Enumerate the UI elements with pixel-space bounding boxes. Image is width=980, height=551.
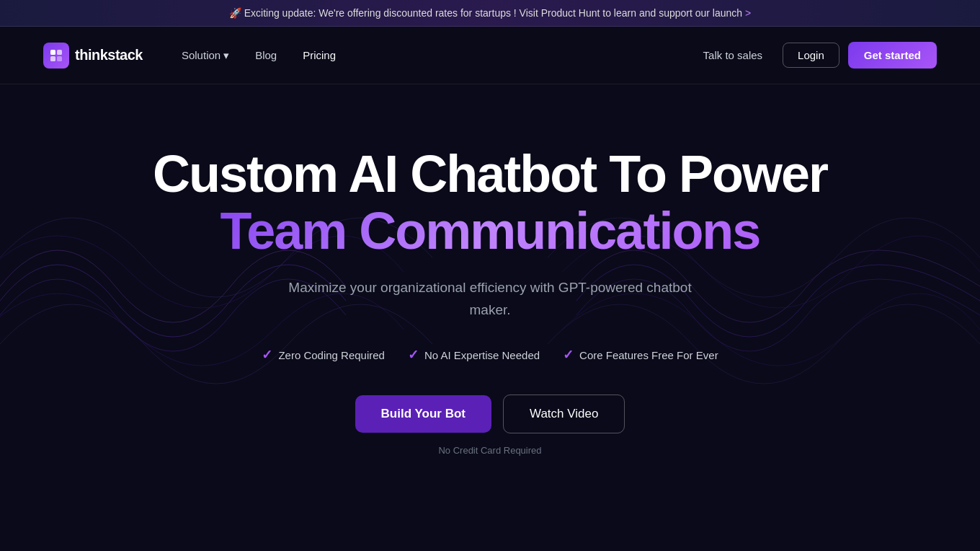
nav-pricing[interactable]: Pricing [293,43,346,67]
hero-features: ✓ Zero Coding Required ✓ No AI Expertise… [153,347,827,363]
nav-solution[interactable]: Solution ▾ [172,43,239,68]
svg-rect-0 [50,50,55,55]
talk-to-sales-link[interactable]: Talk to sales [692,43,775,67]
nav-blog[interactable]: Blog [245,43,287,67]
build-your-bot-button[interactable]: Build Your Bot [355,395,491,433]
hero-ctas: Build Your Bot Watch Video [153,394,827,433]
nav-links: Solution ▾ Blog Pricing [172,43,346,68]
get-started-button[interactable]: Get started [848,42,937,69]
hero-feature-label-1: No AI Expertise Needed [424,349,540,361]
hero-title: Custom AI Chatbot To Power Team Communic… [153,146,827,260]
nav-solution-label: Solution [182,49,220,61]
hero-feature-0: ✓ Zero Coding Required [262,347,385,363]
announcement-rocket-icon: 🚀 [229,7,241,19]
hero-feature-label-0: Zero Coding Required [278,349,385,361]
navbar: thinkstack Solution ▾ Blog Pricing Talk … [0,27,980,84]
announcement-text: Exciting update: We're offering discount… [244,7,745,19]
login-button[interactable]: Login [783,43,839,68]
checkmark-icon-0: ✓ [262,347,272,363]
hero-feature-2: ✓ Core Features Free For Ever [563,347,718,363]
navbar-left: thinkstack Solution ▾ Blog Pricing [43,43,346,69]
checkmark-icon-2: ✓ [563,347,574,363]
nav-blog-label: Blog [255,49,277,61]
logo-icon [43,43,69,69]
svg-rect-3 [57,56,62,61]
hero-feature-label-2: Core Features Free For Ever [579,349,718,361]
logo[interactable]: thinkstack [43,43,143,69]
hero-title-line2: Team Communications [153,203,827,260]
svg-rect-1 [57,50,62,55]
hero-content: Custom AI Chatbot To Power Team Communic… [153,146,827,456]
hero-title-line1: Custom AI Chatbot To Power [153,145,827,203]
hero-subtitle: Maximize your organizational efficiency … [267,277,713,321]
navbar-right: Talk to sales Login Get started [692,42,937,69]
checkmark-icon-1: ✓ [408,347,419,363]
announcement-bar: 🚀 Exciting update: We're offering discou… [0,0,980,27]
hero-feature-1: ✓ No AI Expertise Needed [408,347,540,363]
hero-section: Custom AI Chatbot To Power Team Communic… [0,84,980,503]
watch-video-button[interactable]: Watch Video [503,394,625,433]
logo-text: thinkstack [75,47,143,63]
no-credit-card-text: No Credit Card Required [153,445,827,456]
announcement-cta-link[interactable]: > [745,7,751,19]
chevron-down-icon: ▾ [223,49,229,62]
svg-rect-2 [50,56,55,61]
nav-pricing-label: Pricing [303,49,336,61]
